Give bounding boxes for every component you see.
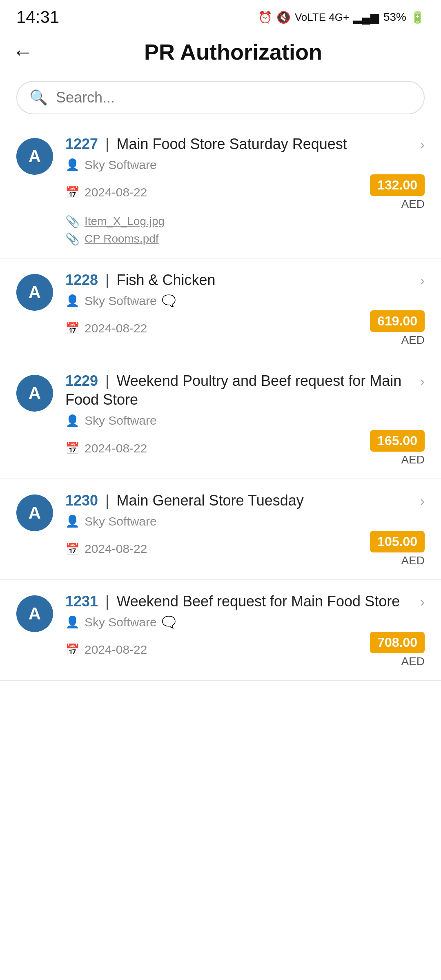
list-item[interactable]: A 1230 | Main General Store Tuesday › 👤 … (0, 479, 441, 580)
item-date: 2024-08-22 (85, 321, 147, 335)
item-title-row: 1228 | Fish & Chicken › (65, 271, 425, 290)
signal-text: VoLTE 4G+ (295, 11, 349, 24)
amount-block: 165.00 AED (370, 430, 425, 466)
item-id: 1231 (65, 593, 98, 610)
date-left: 📅 2024-08-22 (65, 542, 147, 556)
user-icon: 👤 (65, 294, 80, 307)
search-box: 🔍 (16, 81, 425, 114)
item-name: Fish & Chicken (116, 272, 215, 288)
battery-text: 53% (383, 11, 406, 24)
alarm-icon: ⏰ (258, 11, 272, 24)
user-icon: 👤 (65, 414, 80, 428)
battery-icon: 🔋 (410, 11, 425, 24)
item-date: 2024-08-22 (85, 643, 147, 657)
item-date-row: 📅 2024-08-22 105.00 AED (65, 531, 425, 567)
header: ← PR Authorization (0, 31, 441, 73)
search-icon: 🔍 (29, 89, 48, 106)
item-date: 2024-08-22 (85, 542, 147, 556)
item-content: 1228 | Fish & Chicken › 👤 Sky Software 🗨… (65, 271, 425, 347)
chevron-right-icon: › (420, 493, 425, 509)
date-left: 📅 2024-08-22 (65, 643, 147, 657)
avatar: A (16, 375, 53, 412)
item-title: 1230 | Main General Store Tuesday (65, 491, 420, 510)
chevron-right-icon: › (420, 272, 425, 288)
item-content: 1227 | Main Food Store Saturday Request … (65, 135, 425, 246)
list-item[interactable]: A 1228 | Fish & Chicken › 👤 Sky Software… (0, 258, 441, 359)
item-date-row: 📅 2024-08-22 132.00 AED (65, 174, 425, 211)
item-name: Weekend Poultry and Beef request for Mai… (65, 372, 401, 408)
item-name: Main General Store Tuesday (116, 492, 303, 509)
attachment-link[interactable]: Item_X_Log.jpg (85, 215, 165, 228)
item-meta: 👤 Sky Software 🗨️ (65, 294, 425, 308)
item-id: 1230 (65, 492, 98, 509)
separator: | (105, 272, 113, 288)
paperclip-icon: 📎 (65, 232, 80, 246)
signal-bars-icon: ▂▄▆ (353, 11, 379, 24)
item-author: Sky Software (85, 514, 157, 528)
attachment-row: 📎 CP Rooms.pdf (65, 232, 425, 246)
item-author: Sky Software (85, 294, 157, 308)
amount-currency: AED (401, 554, 425, 567)
status-bar: 14:31 ⏰ 🔇 VoLTE 4G+ ▂▄▆ 53% 🔋 (0, 0, 441, 31)
user-icon: 👤 (65, 514, 80, 528)
item-content: 1230 | Main General Store Tuesday › 👤 Sk… (65, 491, 425, 567)
amount-block: 105.00 AED (370, 531, 425, 567)
item-name: Main Food Store Saturday Request (116, 136, 347, 152)
search-container: 🔍 (0, 73, 441, 122)
amount-badge: 132.00 (370, 174, 425, 196)
attachment-row: 📎 Item_X_Log.jpg (65, 215, 425, 228)
amount-currency: AED (401, 334, 425, 347)
chevron-right-icon: › (420, 136, 425, 152)
user-icon: 👤 (65, 615, 80, 629)
comment-icon: 🗨️ (162, 615, 176, 629)
separator: | (105, 492, 113, 509)
chevron-right-icon: › (420, 373, 425, 389)
amount-currency: AED (401, 655, 425, 668)
date-left: 📅 2024-08-22 (65, 441, 147, 455)
page-title: PR Authorization (42, 39, 425, 65)
amount-badge: 619.00 (370, 310, 425, 332)
separator: | (105, 136, 113, 152)
item-id: 1229 (65, 372, 98, 389)
item-date: 2024-08-22 (85, 185, 147, 199)
item-date: 2024-08-22 (85, 441, 147, 455)
amount-currency: AED (401, 453, 425, 466)
amount-badge: 708.00 (370, 632, 425, 653)
amount-block: 708.00 AED (370, 632, 425, 668)
separator: | (105, 593, 113, 610)
user-icon: 👤 (65, 158, 80, 172)
chevron-right-icon: › (420, 594, 425, 610)
item-title-row: 1231 | Weekend Beef request for Main Foo… (65, 592, 425, 611)
item-content: 1229 | Weekend Poultry and Beef request … (65, 372, 425, 467)
search-input[interactable] (56, 89, 412, 106)
item-title: 1227 | Main Food Store Saturday Request (65, 135, 420, 154)
avatar: A (16, 494, 53, 531)
item-date-row: 📅 2024-08-22 165.00 AED (65, 430, 425, 466)
comment-icon: 🗨️ (162, 294, 176, 307)
item-title: 1229 | Weekend Poultry and Beef request … (65, 372, 420, 410)
item-meta: 👤 Sky Software (65, 414, 425, 428)
amount-block: 132.00 AED (370, 174, 425, 211)
calendar-icon: 📅 (65, 643, 80, 657)
item-content: 1231 | Weekend Beef request for Main Foo… (65, 592, 425, 668)
list-item[interactable]: A 1229 | Weekend Poultry and Beef reques… (0, 359, 441, 479)
avatar: A (16, 274, 53, 311)
paperclip-icon: 📎 (65, 215, 80, 228)
date-left: 📅 2024-08-22 (65, 321, 147, 335)
item-date-row: 📅 2024-08-22 708.00 AED (65, 632, 425, 668)
calendar-icon: 📅 (65, 186, 80, 199)
item-name: Weekend Beef request for Main Food Store (116, 593, 400, 610)
list-item[interactable]: A 1231 | Weekend Beef request for Main F… (0, 580, 441, 681)
calendar-icon: 📅 (65, 542, 80, 556)
item-title: 1231 | Weekend Beef request for Main Foo… (65, 592, 420, 611)
status-icons: ⏰ 🔇 VoLTE 4G+ ▂▄▆ 53% 🔋 (258, 11, 425, 24)
item-title-row: 1227 | Main Food Store Saturday Request … (65, 135, 425, 154)
item-title: 1228 | Fish & Chicken (65, 271, 420, 290)
list-item[interactable]: A 1227 | Main Food Store Saturday Reques… (0, 122, 441, 258)
item-author: Sky Software (85, 414, 157, 428)
attachment-link[interactable]: CP Rooms.pdf (85, 232, 159, 245)
calendar-icon: 📅 (65, 322, 80, 335)
item-title-row: 1230 | Main General Store Tuesday › (65, 491, 425, 510)
list-container: A 1227 | Main Food Store Saturday Reques… (0, 122, 441, 681)
back-button[interactable]: ← (12, 41, 33, 62)
